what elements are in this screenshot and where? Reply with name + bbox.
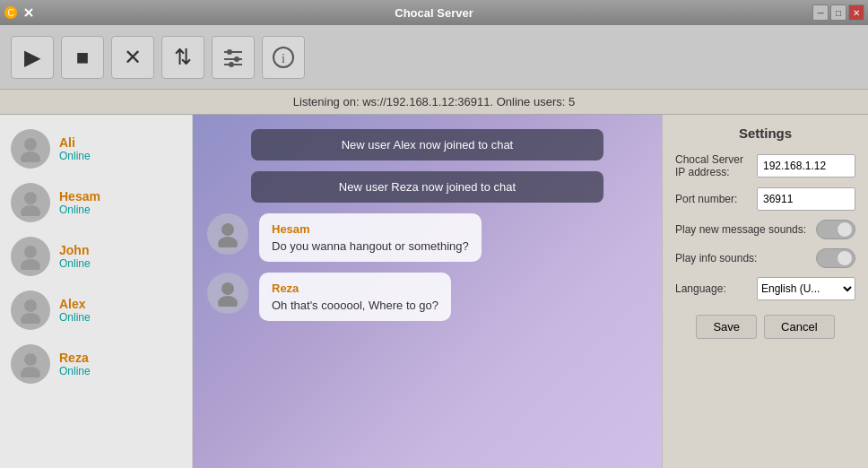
user-info: Alex Online — [59, 297, 91, 324]
statusbar: Listening on: ws://192.168.1.12:36911. O… — [0, 90, 868, 115]
svg-point-7 — [234, 56, 239, 62]
avatar — [11, 129, 50, 169]
chat-avatar — [207, 273, 248, 314]
svg-point-17 — [21, 259, 40, 270]
play-msg-label: Play new message sounds: — [675, 223, 809, 236]
close-stream-button[interactable]: ✕ — [111, 36, 154, 79]
chat-bubble-name: Reza — [272, 282, 438, 295]
svg-point-16 — [24, 246, 37, 258]
user-name: Ali — [59, 135, 91, 150]
person-icon — [17, 135, 44, 162]
user-item[interactable]: Alex Online — [0, 283, 192, 337]
play-info-row: Play info sounds: — [675, 248, 855, 268]
app-icon: C — [4, 5, 18, 20]
equalizer-icon — [221, 45, 246, 70]
minimize-button[interactable]: ─ — [812, 4, 829, 21]
titlebar-title: Chocal Server — [395, 6, 473, 20]
user-status: Online — [59, 204, 100, 216]
chat-message: Hesam Do you wanna hangout or something? — [207, 213, 647, 262]
chat-bubble-text: Oh that's coooool, Where to go? — [272, 299, 438, 312]
settings-button[interactable] — [212, 36, 255, 79]
svg-point-25 — [218, 296, 238, 307]
user-status: Online — [59, 257, 91, 270]
user-info: Ali Online — [59, 135, 91, 162]
play-info-knob — [837, 250, 853, 266]
avatar — [11, 237, 50, 276]
play-msg-knob — [837, 221, 853, 238]
port-input[interactable] — [757, 187, 855, 211]
toolbar: ▶ ■ ✕ ⇅ i — [0, 25, 868, 90]
close-button[interactable]: ✕ — [848, 4, 864, 21]
main-content: Ali Online Hesam Online — [0, 115, 868, 468]
user-item[interactable]: Ali Online — [0, 122, 192, 176]
titlebar-controls: ─ □ ✕ — [812, 4, 864, 21]
svg-text:i: i — [282, 52, 285, 65]
avatar — [11, 344, 50, 384]
user-item[interactable]: Reza Online — [0, 337, 192, 391]
user-status: Online — [59, 150, 91, 162]
user-info: Reza Online — [59, 351, 91, 377]
person-icon — [17, 243, 44, 270]
ip-input[interactable] — [757, 154, 855, 178]
svg-point-22 — [221, 223, 234, 236]
chat-message: Reza Oh that's coooool, Where to go? — [207, 273, 647, 321]
info-button[interactable]: i — [262, 36, 305, 79]
chat-area: New user Alex now joined to chatNew user… — [193, 115, 662, 468]
titlebar: C Chocal Server ─ □ ✕ — [0, 0, 868, 25]
play-msg-row: Play new message sounds: — [675, 220, 855, 239]
user-name: Reza — [59, 351, 91, 365]
person-icon — [214, 221, 241, 247]
settings-title: Settings — [675, 126, 855, 141]
person-icon — [214, 280, 241, 307]
user-info: Hesam Online — [59, 189, 100, 216]
language-label: Language: — [675, 282, 750, 295]
svg-point-9 — [229, 62, 234, 67]
avatar — [11, 183, 50, 222]
play-button[interactable]: ▶ — [11, 36, 54, 79]
svg-point-24 — [221, 282, 234, 295]
maximize-button[interactable]: □ — [830, 4, 846, 21]
play-info-toggle[interactable] — [816, 248, 855, 268]
system-message: New user Reza now joined to chat — [251, 171, 603, 203]
stop-button[interactable]: ■ — [61, 36, 104, 79]
cancel-button[interactable]: Cancel — [764, 315, 834, 339]
status-text: Listening on: ws://192.168.1.12:36911. O… — [293, 95, 575, 108]
svg-point-21 — [21, 367, 40, 377]
chat-avatar — [207, 213, 248, 255]
avatar — [11, 290, 50, 330]
port-label: Port number: — [675, 193, 750, 205]
settings-panel: Settings Chocal Server IP address: Port … — [662, 115, 868, 468]
language-select[interactable]: English (U... — [757, 277, 855, 300]
svg-point-18 — [24, 299, 37, 312]
userlist: Ali Online Hesam Online — [0, 115, 193, 468]
svg-point-15 — [21, 205, 40, 216]
user-name: John — [59, 243, 91, 257]
svg-point-5 — [227, 49, 232, 55]
svg-point-12 — [24, 138, 37, 151]
port-row: Port number: — [675, 187, 855, 211]
person-icon — [17, 297, 44, 324]
user-info: John Online — [59, 243, 91, 270]
svg-point-19 — [21, 313, 40, 324]
pin-icon — [22, 5, 36, 20]
chat-bubble: Hesam Do you wanna hangout or something? — [259, 213, 482, 262]
play-info-label: Play info sounds: — [675, 252, 809, 264]
svg-text:C: C — [7, 8, 13, 18]
save-button[interactable]: Save — [696, 315, 757, 339]
play-msg-toggle[interactable] — [816, 220, 855, 239]
person-icon — [17, 351, 44, 377]
ip-label: Chocal Server IP address: — [675, 153, 750, 178]
user-item[interactable]: Hesam Online — [0, 176, 192, 230]
titlebar-left: C — [4, 5, 36, 20]
language-row: Language: English (U... — [675, 277, 855, 300]
ip-row: Chocal Server IP address: — [675, 153, 855, 178]
chat-bubble-text: Do you wanna hangout or something? — [272, 239, 469, 253]
user-item[interactable]: John Online — [0, 230, 192, 283]
chat-bubble-name: Hesam — [272, 222, 469, 236]
user-name: Alex — [59, 297, 91, 311]
svg-point-23 — [218, 237, 238, 247]
svg-point-20 — [24, 353, 37, 366]
transfer-button[interactable]: ⇅ — [161, 36, 204, 79]
svg-point-13 — [21, 152, 40, 162]
user-status: Online — [59, 311, 91, 324]
